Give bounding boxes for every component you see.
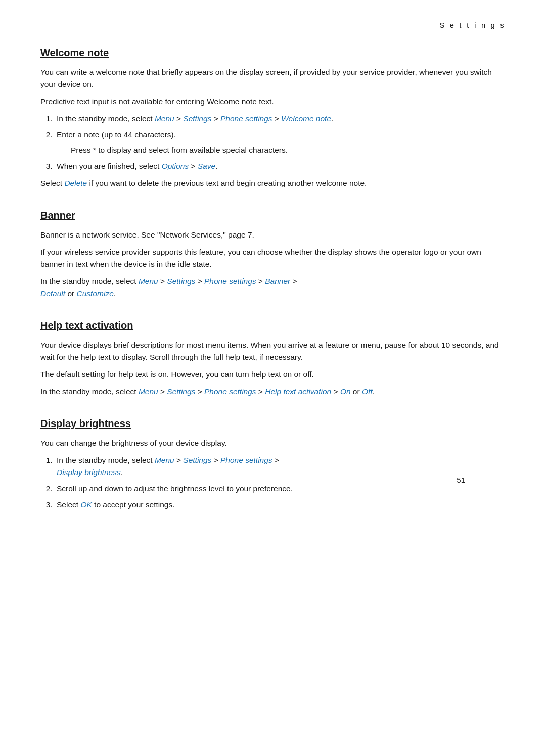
link-help-text-activation: Help text activation bbox=[265, 387, 331, 396]
help-sep2: > bbox=[195, 387, 204, 396]
help-text-para-2: The default setting for help text is on.… bbox=[40, 368, 506, 381]
brightness-step3-after: to accept your settings. bbox=[92, 500, 175, 509]
link-off: Off bbox=[362, 387, 373, 396]
step3-text-before: When you are finished, select bbox=[57, 162, 162, 170]
welcome-note-step-3: When you are finished, select Options > … bbox=[55, 160, 506, 172]
banner-nav: In the standby mode, select Menu > Setti… bbox=[40, 275, 506, 300]
section-title-help-text: Help text activation bbox=[40, 318, 506, 333]
link-settings-2: Settings bbox=[167, 277, 195, 286]
banner-sep2: > bbox=[195, 277, 204, 286]
banner-sep4: > bbox=[290, 277, 297, 286]
link-delete: Delete bbox=[64, 179, 87, 187]
banner-sep1: > bbox=[158, 277, 167, 286]
link-menu-2: Menu bbox=[139, 277, 158, 286]
link-phone-settings-2: Phone settings bbox=[204, 277, 256, 286]
display-brightness-steps: In the standby mode, select Menu > Setti… bbox=[55, 454, 506, 511]
banner-para-1: Banner is a network service. See "Networ… bbox=[40, 229, 506, 241]
link-phone-settings-1: Phone settings bbox=[220, 114, 272, 123]
banner-sep3: > bbox=[256, 277, 265, 286]
brightness-step2-text: Scroll up and down to adjust the brightn… bbox=[57, 484, 293, 493]
section-display-brightness: Display brightness You can change the br… bbox=[40, 416, 506, 511]
banner-period: . bbox=[114, 289, 116, 298]
section-welcome-note: Welcome note You can write a welcome not… bbox=[40, 45, 506, 190]
link-menu-4: Menu bbox=[155, 456, 174, 464]
link-settings-3: Settings bbox=[167, 387, 195, 396]
brightness-step-1: In the standby mode, select Menu > Setti… bbox=[55, 454, 506, 479]
link-menu-3: Menu bbox=[139, 387, 158, 396]
link-ok: OK bbox=[80, 500, 92, 509]
welcome-note-steps: In the standby mode, select Menu > Setti… bbox=[55, 113, 506, 172]
b-sep2: > bbox=[211, 456, 220, 464]
section-title-display-brightness: Display brightness bbox=[40, 416, 506, 431]
help-or: or bbox=[351, 387, 362, 396]
brightness-step1-period: . bbox=[121, 468, 123, 477]
link-welcome-note: Welcome note bbox=[281, 114, 331, 123]
help-period: . bbox=[373, 387, 375, 396]
help-sep3: > bbox=[256, 387, 265, 396]
step3-sep: > bbox=[189, 162, 198, 170]
link-settings-1: Settings bbox=[183, 114, 211, 123]
section-help-text: Help text activation Your device display… bbox=[40, 318, 506, 398]
banner-para-2: If your wireless service provider suppor… bbox=[40, 246, 506, 270]
welcome-note-step-2: Enter a note (up to 44 characters). Pres… bbox=[55, 129, 506, 156]
help-sep4: > bbox=[331, 387, 340, 396]
brightness-step1-before: In the standby mode, select bbox=[57, 456, 155, 464]
step3-period: . bbox=[215, 162, 217, 170]
link-options: Options bbox=[162, 162, 189, 170]
link-customize: Customize bbox=[77, 289, 114, 298]
step2-subitem: Press * to display and select from avail… bbox=[71, 144, 506, 156]
footer-text-after: if you want to delete the previous text … bbox=[87, 179, 367, 187]
help-text-nav: In the standby mode, select Menu > Setti… bbox=[40, 386, 506, 398]
link-on: On bbox=[340, 387, 351, 396]
step1-text-before: In the standby mode, select bbox=[57, 114, 155, 123]
page-content: S e t t i n g s Welcome note You can wri… bbox=[40, 20, 506, 511]
brightness-step-2: Scroll up and down to adjust the brightn… bbox=[55, 483, 506, 495]
help-text-para-1: Your device displays brief descriptions … bbox=[40, 339, 506, 363]
help-nav-before: In the standby mode, select bbox=[40, 387, 139, 396]
section-title-banner: Banner bbox=[40, 208, 506, 223]
sep2: > bbox=[211, 114, 220, 123]
link-display-brightness: Display brightness bbox=[57, 468, 121, 477]
help-sep1: > bbox=[158, 387, 167, 396]
display-brightness-para-1: You can change the brightness of your de… bbox=[40, 437, 506, 449]
step2-text: Enter a note (up to 44 characters). bbox=[57, 130, 176, 139]
page-number: 51 bbox=[457, 475, 465, 486]
link-banner: Banner bbox=[265, 277, 290, 286]
welcome-note-footer: Select Delete if you want to delete the … bbox=[40, 177, 506, 190]
link-default: Default bbox=[40, 289, 65, 298]
footer-text-before: Select bbox=[40, 179, 64, 187]
brightness-step-3: Select OK to accept your settings. bbox=[55, 499, 506, 511]
welcome-note-para-2: Predictive text input is not available f… bbox=[40, 96, 506, 108]
link-phone-settings-3: Phone settings bbox=[204, 387, 256, 396]
link-menu-1: Menu bbox=[155, 114, 174, 123]
section-title-welcome-note: Welcome note bbox=[40, 45, 506, 60]
link-save: Save bbox=[198, 162, 215, 170]
step1-period: . bbox=[331, 114, 333, 123]
brightness-step3-before: Select bbox=[57, 500, 80, 509]
banner-or: or bbox=[65, 289, 76, 298]
b-sep3: > bbox=[272, 456, 279, 464]
page-header: S e t t i n g s bbox=[40, 20, 506, 31]
b-sep1: > bbox=[174, 456, 184, 464]
banner-nav-before: In the standby mode, select bbox=[40, 277, 139, 286]
sep1: > bbox=[174, 114, 184, 123]
welcome-note-step-1: In the standby mode, select Menu > Setti… bbox=[55, 113, 506, 125]
link-phone-settings-4: Phone settings bbox=[220, 456, 272, 464]
welcome-note-para-1: You can write a welcome note that briefl… bbox=[40, 66, 506, 90]
sep3: > bbox=[272, 114, 282, 123]
link-settings-4: Settings bbox=[183, 456, 211, 464]
section-banner: Banner Banner is a network service. See … bbox=[40, 208, 506, 300]
